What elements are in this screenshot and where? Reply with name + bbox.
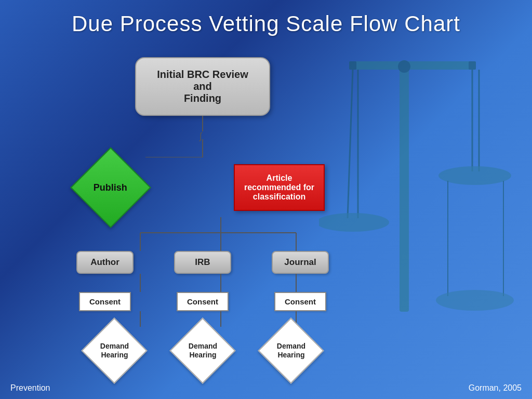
svg-rect-4 xyxy=(469,61,476,70)
brc-review-box: Initial BRC Review andFinding xyxy=(135,57,270,116)
irb-demand-label: DemandHearing xyxy=(183,342,222,360)
journal-demand-label: DemandHearing xyxy=(272,342,311,360)
svg-point-13 xyxy=(436,290,514,311)
author-box: Author xyxy=(76,251,134,274)
publish-diamond: Publish xyxy=(70,147,151,228)
journal-label: Journal xyxy=(284,257,316,267)
author-label: Author xyxy=(90,257,119,267)
irb-box: IRB xyxy=(174,251,231,274)
footer-gorman: Gorman, 2005 xyxy=(469,383,522,393)
author-demand-label: DemandHearing xyxy=(95,342,134,360)
journal-consent-label: Consent xyxy=(285,297,316,306)
author-consent-label: Consent xyxy=(89,297,121,306)
brc-review-label: Initial BRC Review andFinding xyxy=(157,69,248,104)
svg-point-2 xyxy=(398,60,410,73)
journal-consent-box: Consent xyxy=(274,292,326,311)
article-recommended-label: Article recommended for classification xyxy=(244,174,314,201)
consent-row: Consent Consent Consent xyxy=(26,292,379,311)
author-consent-box: Consent xyxy=(79,292,131,311)
author-demand-diamond: DemandHearing xyxy=(81,317,147,383)
svg-point-10 xyxy=(438,166,511,185)
middle-row: Publish Article recommended for classifi… xyxy=(26,157,379,217)
irb-consent-label: Consent xyxy=(187,297,218,306)
irb-demand-diamond: DemandHearing xyxy=(169,317,235,383)
article-recommended-box: Article recommended for classification xyxy=(234,164,325,211)
tier-row: Author IRB Journal xyxy=(26,251,379,274)
svg-rect-0 xyxy=(400,62,409,312)
page-title: Due Process Vetting Scale Flow Chart xyxy=(0,0,532,42)
irb-label: IRB xyxy=(195,257,210,267)
demand-hearing-row: DemandHearing DemandHearing DemandHearin… xyxy=(26,327,379,375)
publish-label: Publish xyxy=(94,182,127,193)
irb-consent-box: Consent xyxy=(177,292,229,311)
flowchart-container: Initial BRC Review andFinding ∫ Publish … xyxy=(26,57,379,375)
journal-box: Journal xyxy=(272,251,329,274)
footer-prevention: Prevention xyxy=(10,383,50,393)
journal-demand-diamond: DemandHearing xyxy=(258,317,324,383)
svg-text:∫: ∫ xyxy=(198,131,203,141)
